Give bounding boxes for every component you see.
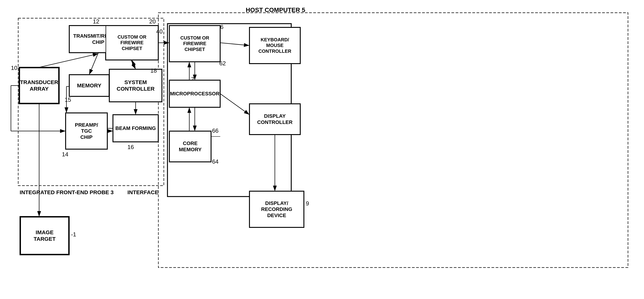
svg-line-42 bbox=[220, 94, 249, 115]
memory-block: MEMORY bbox=[69, 74, 109, 96]
ref-16: 16 bbox=[128, 144, 134, 150]
custom-firewire-probe-block: CUSTOM ORFIREWIRECHIPSET bbox=[106, 26, 158, 60]
ref-64: 64 bbox=[212, 158, 218, 165]
image-target-block: IMAGETARGET bbox=[20, 216, 69, 255]
svg-line-20 bbox=[89, 53, 98, 74]
system-controller-block: SYSTEMCONTROLLER bbox=[109, 69, 162, 102]
ref-10: 10 bbox=[11, 64, 18, 71]
preamp-tgc-block: PREAMP/TGCCHIP bbox=[66, 113, 108, 149]
ref-62: 62 bbox=[219, 60, 226, 67]
ref-66: 66 bbox=[212, 128, 218, 134]
probe-enclosure-label: INTEGRATED FRONT-END PROBE 3 bbox=[20, 189, 114, 196]
ref-12: 12 bbox=[93, 18, 100, 25]
ref-9: 9 bbox=[306, 200, 309, 207]
custom-firewire-host-block: CUSTOM ORFIREWIRECHIPSET bbox=[169, 26, 220, 62]
ref-20: 20 bbox=[149, 18, 156, 25]
svg-line-29 bbox=[132, 60, 136, 69]
ref-14: 14 bbox=[62, 151, 68, 158]
microprocessor-block: MICROPROCESSOR bbox=[169, 80, 220, 107]
host-computer-label: HOST COMPUTER 5 bbox=[246, 6, 305, 14]
display-recording-block: DISPLAY/RECORDINGDEVICE bbox=[249, 191, 304, 228]
diagram: TRANSDUCERARRAY 10 TRANSMIT/RECEIVECHIP … bbox=[0, 0, 644, 299]
svg-line-41 bbox=[220, 43, 249, 46]
ref-40: 40 bbox=[156, 28, 163, 35]
display-controller-block: DISPLAYCONTROLLER bbox=[249, 104, 300, 135]
ref-6: 6 bbox=[220, 24, 224, 30]
svg-line-19 bbox=[39, 54, 98, 67]
keyboard-mouse-block: KEYBOARD/MOUSECONTROLLER bbox=[249, 27, 300, 64]
svg-rect-2 bbox=[158, 13, 628, 268]
beam-forming-block: BEAM FORMING bbox=[113, 115, 158, 142]
interface-label: INTERFACE bbox=[128, 189, 158, 196]
ref-18: 18 bbox=[150, 67, 157, 74]
ref-1: -1 bbox=[71, 231, 76, 238]
transducer-array-block: TRANSDUCERARRAY bbox=[19, 67, 59, 104]
core-memory-block: COREMEMORY bbox=[169, 131, 211, 162]
ref-15: 15 bbox=[64, 96, 71, 103]
